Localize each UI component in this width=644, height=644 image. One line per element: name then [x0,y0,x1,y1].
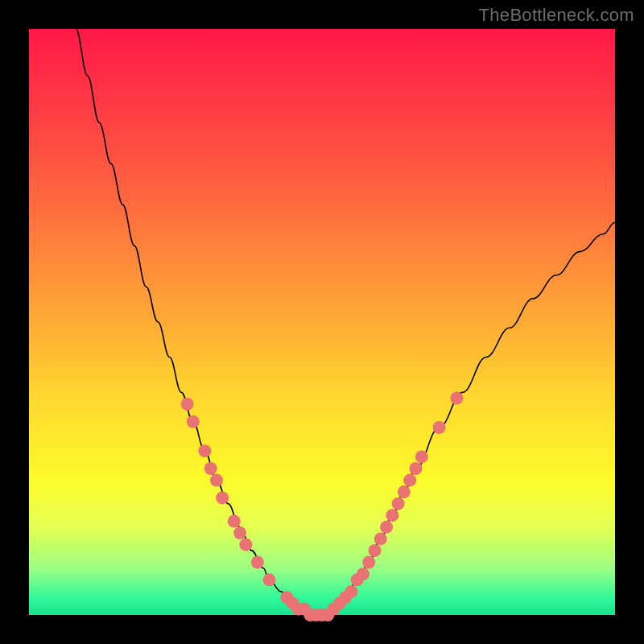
data-marker [450,392,463,405]
data-marker [403,474,416,487]
data-marker [392,497,405,510]
data-marker [433,421,446,434]
bottleneck-curve [76,29,615,615]
data-marker [233,526,246,539]
data-marker [187,415,200,428]
data-marker [345,585,357,598]
data-marker [386,509,398,522]
data-marker [263,573,276,586]
data-marker [204,462,217,475]
outer-frame: TheBottleneck.com [0,0,644,644]
data-marker [410,462,423,475]
data-marker [369,544,382,557]
data-marker [398,485,411,498]
data-marker [362,556,375,569]
data-marker [198,444,211,457]
data-marker [374,532,387,545]
data-marker [380,521,393,534]
plot-area [29,29,615,615]
data-marker [239,539,252,551]
marker-group [181,392,464,621]
data-marker [415,450,428,463]
data-marker [228,515,241,528]
data-marker [357,568,369,580]
data-marker [181,398,194,411]
data-marker [216,491,229,504]
data-marker [251,556,264,569]
curve-layer [29,29,615,615]
watermark-text: TheBottleneck.com [479,5,634,26]
data-marker [210,474,223,487]
